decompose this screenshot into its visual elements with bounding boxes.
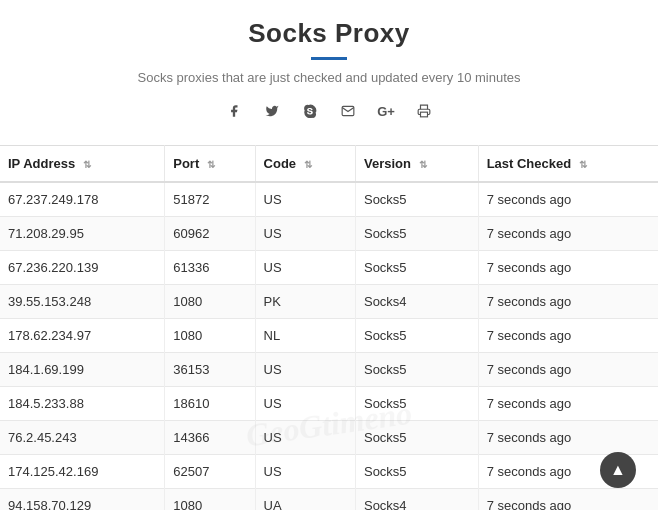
cell-last-checked: 7 seconds ago xyxy=(478,319,658,353)
skype-icon[interactable] xyxy=(296,97,324,125)
table-row: 184.1.69.199 36153 US Socks5 7 seconds a… xyxy=(0,353,658,387)
cell-port: 36153 xyxy=(165,353,255,387)
cell-ip: 94.158.70.129 xyxy=(0,489,165,511)
cell-port: 60962 xyxy=(165,217,255,251)
table-row: 67.237.249.178 51872 US Socks5 7 seconds… xyxy=(0,182,658,217)
cell-code: NL xyxy=(255,319,355,353)
cell-port: 61336 xyxy=(165,251,255,285)
svg-rect-0 xyxy=(421,112,428,117)
cell-version: Socks4 xyxy=(355,285,478,319)
cell-last-checked: 7 seconds ago xyxy=(478,387,658,421)
cell-last-checked: 7 seconds ago xyxy=(478,182,658,217)
cell-ip: 71.208.29.95 xyxy=(0,217,165,251)
email-icon[interactable] xyxy=(334,97,362,125)
page-header: Socks Proxy Socks proxies that are just … xyxy=(0,0,658,145)
cell-code: US xyxy=(255,455,355,489)
table-row: 174.125.42.169 62507 US Socks5 7 seconds… xyxy=(0,455,658,489)
cell-version: Socks5 xyxy=(355,217,478,251)
cell-code: US xyxy=(255,251,355,285)
col-last-checked[interactable]: Last Checked ⇅ xyxy=(478,146,658,183)
sort-ip-icon: ⇅ xyxy=(83,159,91,170)
col-code[interactable]: Code ⇅ xyxy=(255,146,355,183)
table-wrapper: IP Address ⇅ Port ⇅ Code ⇅ Version ⇅ Las… xyxy=(0,145,658,510)
twitter-icon[interactable] xyxy=(258,97,286,125)
col-ip[interactable]: IP Address ⇅ xyxy=(0,146,165,183)
cell-port: 1080 xyxy=(165,285,255,319)
table-header-row: IP Address ⇅ Port ⇅ Code ⇅ Version ⇅ Las… xyxy=(0,146,658,183)
cell-ip: 76.2.45.243 xyxy=(0,421,165,455)
facebook-icon[interactable] xyxy=(220,97,248,125)
table-row: 67.236.220.139 61336 US Socks5 7 seconds… xyxy=(0,251,658,285)
table-header: IP Address ⇅ Port ⇅ Code ⇅ Version ⇅ Las… xyxy=(0,146,658,183)
cell-version: Socks5 xyxy=(355,182,478,217)
header-divider xyxy=(311,57,347,60)
table-row: 94.158.70.129 1080 UA Socks4 7 seconds a… xyxy=(0,489,658,511)
cell-version: Socks5 xyxy=(355,319,478,353)
table-row: 39.55.153.248 1080 PK Socks4 7 seconds a… xyxy=(0,285,658,319)
cell-ip: 178.62.234.97 xyxy=(0,319,165,353)
cell-ip: 184.1.69.199 xyxy=(0,353,165,387)
page-title: Socks Proxy xyxy=(10,18,648,49)
cell-ip: 67.236.220.139 xyxy=(0,251,165,285)
cell-code: US xyxy=(255,217,355,251)
cell-port: 1080 xyxy=(165,489,255,511)
cell-version: Socks4 xyxy=(355,489,478,511)
cell-code: US xyxy=(255,353,355,387)
cell-code: US xyxy=(255,421,355,455)
cell-code: US xyxy=(255,182,355,217)
cell-last-checked: 7 seconds ago xyxy=(478,217,658,251)
sort-version-icon: ⇅ xyxy=(419,159,427,170)
proxy-table: IP Address ⇅ Port ⇅ Code ⇅ Version ⇅ Las… xyxy=(0,145,658,510)
cell-code: UA xyxy=(255,489,355,511)
col-port[interactable]: Port ⇅ xyxy=(165,146,255,183)
print-icon[interactable] xyxy=(410,97,438,125)
cell-last-checked: 7 seconds ago xyxy=(478,421,658,455)
cell-port: 51872 xyxy=(165,182,255,217)
cell-version: Socks5 xyxy=(355,353,478,387)
cell-port: 1080 xyxy=(165,319,255,353)
cell-version: Socks5 xyxy=(355,387,478,421)
table-row: 184.5.233.88 18610 US Socks5 7 seconds a… xyxy=(0,387,658,421)
googleplus-icon[interactable]: G+ xyxy=(372,97,400,125)
table-row: 178.62.234.97 1080 NL Socks5 7 seconds a… xyxy=(0,319,658,353)
cell-port: 18610 xyxy=(165,387,255,421)
table-body: 67.237.249.178 51872 US Socks5 7 seconds… xyxy=(0,182,658,510)
cell-ip: 174.125.42.169 xyxy=(0,455,165,489)
cell-ip: 184.5.233.88 xyxy=(0,387,165,421)
sort-checked-icon: ⇅ xyxy=(579,159,587,170)
cell-last-checked: 7 seconds ago xyxy=(478,285,658,319)
cell-last-checked: 7 seconds ago xyxy=(478,353,658,387)
sort-port-icon: ⇅ xyxy=(207,159,215,170)
page-subtitle: Socks proxies that are just checked and … xyxy=(10,70,648,85)
table-row: 71.208.29.95 60962 US Socks5 7 seconds a… xyxy=(0,217,658,251)
cell-version: Socks5 xyxy=(355,421,478,455)
page-wrapper: Socks Proxy Socks proxies that are just … xyxy=(0,0,658,510)
cell-code: PK xyxy=(255,285,355,319)
cell-code: US xyxy=(255,387,355,421)
cell-port: 14366 xyxy=(165,421,255,455)
col-version[interactable]: Version ⇅ xyxy=(355,146,478,183)
cell-port: 62507 xyxy=(165,455,255,489)
cell-last-checked: 7 seconds ago xyxy=(478,251,658,285)
cell-ip: 67.237.249.178 xyxy=(0,182,165,217)
cell-ip: 39.55.153.248 xyxy=(0,285,165,319)
table-row: 76.2.45.243 14366 US Socks5 7 seconds ag… xyxy=(0,421,658,455)
social-icons-bar: G+ xyxy=(10,97,648,125)
scroll-to-top-button[interactable]: ▲ xyxy=(600,452,636,488)
cell-version: Socks5 xyxy=(355,455,478,489)
cell-version: Socks5 xyxy=(355,251,478,285)
sort-code-icon: ⇅ xyxy=(304,159,312,170)
cell-last-checked: 7 seconds ago xyxy=(478,489,658,511)
